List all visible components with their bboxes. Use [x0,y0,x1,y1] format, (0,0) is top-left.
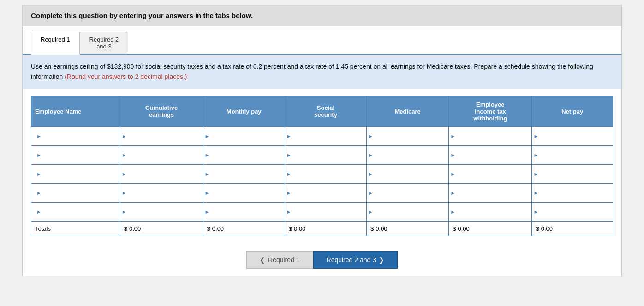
payroll-table: Employee Name Cumulativeearnings Monthly… [31,96,613,236]
input-medicare-1[interactable] [375,129,448,144]
totals-medicare: $ 0.00 [367,221,449,236]
totals-social: $ 0.00 [285,221,366,236]
cell-emptax-4: ► [449,183,532,202]
totals-monthly-value: 0.00 [212,225,224,232]
input-emptax-5[interactable] [457,204,531,219]
arrow-icon: ► [285,152,293,158]
cell-monthly-3: ► [203,164,285,183]
input-cumulative-1[interactable] [128,129,203,144]
cell-monthly-4: ► [203,183,285,202]
totals-social-value: 0.00 [294,225,305,232]
totals-net: $ 0.00 [532,221,613,236]
input-emptax-1[interactable] [457,129,531,144]
input-medicare-2[interactable] [375,148,448,162]
arrow-icon: ► [367,171,375,177]
input-emptax-4[interactable] [457,186,531,200]
col-net-pay: Net pay [532,96,613,126]
cell-net-3: ► [532,164,613,183]
cell-name-2: ► [31,145,120,164]
prev-arrow-icon: ❮ [260,256,265,264]
input-net-5[interactable] [540,204,613,219]
arrow-icon: ► [449,171,457,177]
totals-net-value: 0.00 [541,225,553,232]
arrow-icon: ► [120,133,128,139]
totals-label: Totals [31,221,120,236]
input-net-2[interactable] [540,148,613,162]
arrow-icon: ► [449,133,457,139]
input-cumulative-4[interactable] [128,186,203,200]
input-monthly-3[interactable] [211,167,284,181]
input-social-5[interactable] [293,204,366,219]
description-section: Use an earnings ceiling of $132,900 for … [23,55,621,89]
cell-social-2: ► [285,145,366,164]
cell-name-5: ► [31,202,120,221]
input-social-1[interactable] [293,129,366,144]
col-employee-name: Employee Name [31,96,120,126]
cell-net-5: ► [532,202,613,221]
next-button[interactable]: Required 2 and 3 ❯ [313,251,398,269]
cell-medicare-5: ► [367,202,449,221]
input-net-3[interactable] [540,167,613,181]
cell-monthly-5: ► [203,202,285,221]
input-medicare-5[interactable] [375,204,448,219]
input-name-3[interactable] [43,167,116,181]
input-social-3[interactable] [293,167,366,181]
table-row: ► ► ► ► ► ► ► [31,126,613,145]
input-emptax-3[interactable] [457,167,531,181]
cell-name-4: ► [31,183,120,202]
next-button-label: Required 2 and 3 [327,256,376,264]
dollar-sign: $ [124,225,127,232]
dollar-sign: $ [289,225,292,232]
input-medicare-4[interactable] [375,186,448,200]
arrow-icon: ► [449,209,457,215]
arrow-icon: ► [532,152,540,158]
cell-name-3: ► [31,164,120,183]
col-medicare: Medicare [367,96,449,126]
arrow-icon: ► [285,171,293,177]
input-name-2[interactable] [43,148,116,162]
arrow-icon: ► [203,209,211,215]
tab-required-2-3[interactable]: Required 2and 3 [80,32,129,54]
input-net-4[interactable] [540,186,613,200]
input-cumulative-3[interactable] [128,167,203,181]
input-name-5[interactable] [43,204,116,219]
input-cumulative-5[interactable] [128,204,203,219]
input-monthly-1[interactable] [211,129,284,144]
arrow-icon: ► [285,190,293,196]
arrow-icon: ► [203,152,211,158]
arrow-icon: ► [367,152,375,158]
input-emptax-2[interactable] [457,148,531,162]
arrow-icon: ► [367,209,375,215]
input-medicare-3[interactable] [375,167,448,181]
prev-button[interactable]: ❮ Required 1 [246,251,313,269]
main-container: Complete this question by entering your … [22,5,622,276]
cell-social-5: ► [285,202,366,221]
input-monthly-2[interactable] [211,148,284,162]
cell-social-1: ► [285,126,366,145]
totals-emptax: $ 0.00 [449,221,532,236]
input-cumulative-2[interactable] [128,148,203,162]
input-monthly-5[interactable] [211,204,284,219]
col-monthly-pay: Monthly pay [203,96,285,126]
totals-cumulative: $ 0.00 [120,221,203,236]
totals-cumulative-value: 0.00 [129,225,141,232]
table-row: ► ► ► ► ► ► ► [31,202,613,221]
cell-emptax-1: ► [449,126,532,145]
input-social-4[interactable] [293,186,366,200]
input-monthly-4[interactable] [211,186,284,200]
cell-social-4: ► [285,183,366,202]
arrow-icon: ► [35,171,43,177]
arrow-icon: ► [532,133,540,139]
input-name-4[interactable] [43,186,116,200]
table-row: ► ► ► ► ► ► ► [31,164,613,183]
arrow-icon: ► [367,133,375,139]
input-net-1[interactable] [540,129,613,144]
input-social-2[interactable] [293,148,366,162]
instruction-text: Complete this question by entering your … [31,12,253,19]
totals-medicare-value: 0.00 [376,225,387,232]
arrow-icon: ► [120,152,128,158]
tab-required-1[interactable]: Required 1 [31,32,80,55]
col-cumulative-earnings: Cumulativeearnings [120,96,203,126]
cell-medicare-3: ► [367,164,449,183]
input-name-1[interactable] [43,129,116,144]
